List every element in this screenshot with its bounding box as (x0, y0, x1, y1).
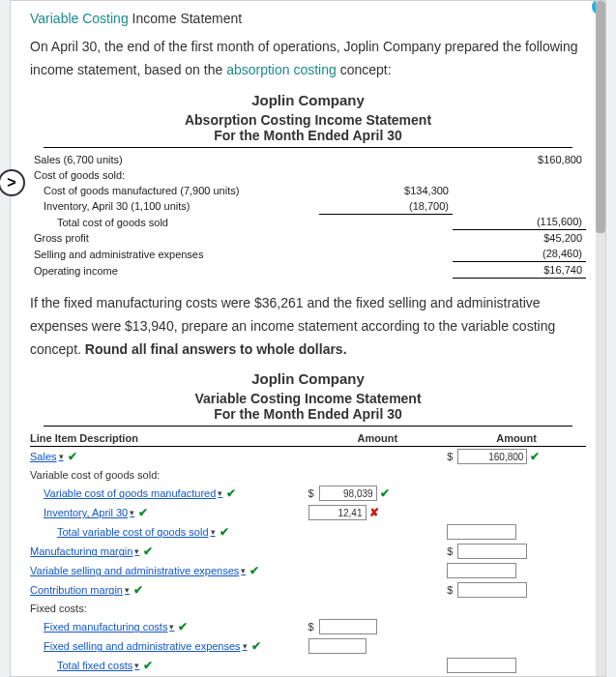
caret-down-icon: ▾ (59, 452, 64, 461)
fixed-head: Fixed costs: (30, 603, 308, 614)
dd-tfc-label: Total fixed costs (57, 660, 132, 671)
inv-label: Inventory, April 30 (1,100 units) (30, 198, 319, 215)
caret-down-icon: ▾ (134, 546, 139, 556)
dd-cm[interactable]: Contribution margin▾ (30, 584, 130, 596)
dd-vsae-label: Variable selling and administrative expe… (30, 565, 239, 576)
check-icon: ✔ (226, 486, 236, 500)
input-fmc-amount[interactable] (319, 619, 377, 634)
caret-down-icon: ▾ (125, 585, 130, 595)
caret-down-icon: ▾ (130, 508, 134, 517)
ws-row-inventory: Inventory, April 30▾ ✔ ✘ (30, 503, 586, 522)
gp-amount: $45,200 (453, 230, 586, 247)
dd-vcogm[interactable]: Variable cost of goods manufactured▾ (44, 487, 222, 499)
scrollbar-track[interactable] (596, 1, 605, 676)
dd-sales-label: Sales (30, 451, 57, 462)
cogm-amount: $134,300 (319, 183, 453, 198)
oi-label: Operating income (30, 262, 319, 279)
dd-sales[interactable]: Sales▾ (30, 451, 64, 462)
sales-amount: $160,800 (453, 152, 586, 167)
dd-cm-label: Contribution margin (30, 584, 123, 596)
ws-company: Joplin Company (30, 370, 586, 387)
input-tvcogs-amount[interactable] (447, 524, 516, 540)
ws-row-mm: Manufacturing margin▾ ✔ $ (30, 542, 586, 561)
ws-row-tvcogs: Total variable cost of goods sold▾ ✔ (30, 522, 586, 542)
ws-row-vcogs-head: Variable cost of goods sold: (30, 466, 586, 484)
page-container: Variable Costing Income Statement On Apr… (10, 0, 606, 677)
sae-amount: (28,460) (453, 246, 586, 262)
check-icon: ✔ (380, 486, 390, 500)
dollar-sign: $ (447, 584, 453, 596)
sales-label: Sales (6,700 units) (30, 152, 319, 167)
dd-inventory[interactable]: Inventory, April 30▾ (44, 507, 134, 518)
stmt-title: Absorption Costing Income Statement (30, 112, 586, 128)
dd-fmc[interactable]: Fixed manufacturing costs▾ (44, 621, 174, 633)
vcogs-head: Variable cost of goods sold: (30, 469, 308, 481)
ws-row-tfc: Total fixed costs▾ ✔ (30, 656, 586, 675)
dd-fsae-label: Fixed selling and administrative expense… (44, 640, 241, 652)
ws-row-fmc: Fixed manufacturing costs▾ ✔ $ (30, 617, 586, 636)
cogm-label: Cost of goods manufactured (7,900 units) (30, 183, 319, 198)
check-icon: ✔ (138, 506, 148, 519)
instr-bold: Round all final answers to whole dollars… (85, 341, 347, 357)
intro-paragraph: On April 30, the end of the first month … (30, 36, 586, 82)
dd-tvcogs[interactable]: Total variable cost of goods sold▾ (57, 526, 216, 538)
check-icon: ✔ (220, 525, 229, 539)
input-vcogm-amount[interactable] (319, 486, 377, 501)
caret-down-icon: ▾ (218, 488, 222, 498)
stmt-period: For the Month Ended April 30 (44, 128, 572, 148)
caret-down-icon: ▾ (169, 622, 174, 632)
col-amount-2: Amount (447, 432, 586, 444)
check-icon: ✔ (530, 450, 540, 463)
dd-vcogm-label: Variable cost of goods manufactured (44, 487, 216, 499)
caret-down-icon: ▾ (211, 527, 216, 537)
input-cm-amount[interactable] (457, 582, 527, 598)
ws-row-fixed-head: Fixed costs: (30, 600, 586, 617)
dollar-sign: $ (447, 451, 453, 462)
page-title: Variable Costing Income Statement (30, 11, 586, 26)
chevron-right-icon: > (7, 174, 15, 191)
oi-amount: $16,740 (453, 262, 586, 279)
input-fsae-amount[interactable] (308, 638, 367, 654)
dollar-sign: $ (308, 487, 314, 499)
dd-mm[interactable]: Manufacturing margin▾ (30, 545, 139, 557)
sae-label: Selling and administrative expenses (30, 246, 319, 262)
input-tfc-amount[interactable] (447, 658, 516, 673)
cogs-head: Cost of goods sold: (30, 167, 319, 183)
check-icon: ✔ (143, 545, 153, 558)
input-vsae-amount[interactable] (447, 563, 516, 578)
check-icon: ✔ (143, 659, 153, 672)
table-row: Cost of goods manufactured (7,900 units)… (30, 183, 586, 198)
check-icon: ✔ (249, 564, 259, 577)
table-row: Sales (6,700 units) $160,800 (30, 152, 586, 167)
ws-row-vsae: Variable selling and administrative expe… (30, 561, 586, 580)
title-rest: Income Statement (132, 11, 243, 26)
dd-tvcogs-label: Total variable cost of goods sold (57, 526, 209, 538)
dd-fsae[interactable]: Fixed selling and administrative expense… (44, 640, 248, 652)
dd-tfc[interactable]: Total fixed costs▾ (57, 660, 139, 671)
input-sales-amount[interactable] (457, 449, 527, 464)
dd-vsae[interactable]: Variable selling and administrative expe… (30, 565, 246, 576)
col-amount-1: Amount (308, 432, 448, 444)
instruction-paragraph: If the fixed manufacturing costs were $3… (30, 292, 586, 361)
input-mm-amount[interactable] (457, 544, 527, 559)
ws-row-vcogm: Variable cost of goods manufactured▾ ✔ $… (30, 484, 586, 503)
caret-down-icon: ▾ (243, 641, 248, 651)
total-cogs-amount: (115,600) (453, 214, 586, 230)
input-inventory-amount[interactable] (308, 505, 367, 520)
table-row: Operating income $16,740 (30, 262, 586, 279)
ws-title: Variable Costing Income Statement (30, 391, 586, 406)
dd-fmc-label: Fixed manufacturing costs (44, 621, 167, 633)
ws-period: For the Month Ended April 30 (44, 406, 572, 427)
absorption-statement-table: Sales (6,700 units) $160,800 Cost of goo… (30, 152, 586, 280)
dd-inventory-label: Inventory, April 30 (44, 507, 128, 518)
ws-column-header: Line Item Description Amount Amount (30, 430, 586, 447)
table-row: Inventory, April 30 (1,100 units) (18,70… (30, 198, 586, 215)
scrollbar-thumb[interactable] (596, 1, 605, 233)
stmt-company: Joplin Company (30, 92, 586, 108)
table-row: Gross profit $45,200 (30, 230, 586, 247)
title-highlight: Variable Costing (30, 11, 129, 26)
absorption-costing-link[interactable]: absorption costing (226, 62, 337, 77)
ws-row-sales: Sales▾ ✔ $ ✔ (30, 447, 586, 466)
x-icon: ✘ (369, 506, 379, 519)
ws-row-cm: Contribution margin▾ ✔ $ (30, 580, 586, 600)
